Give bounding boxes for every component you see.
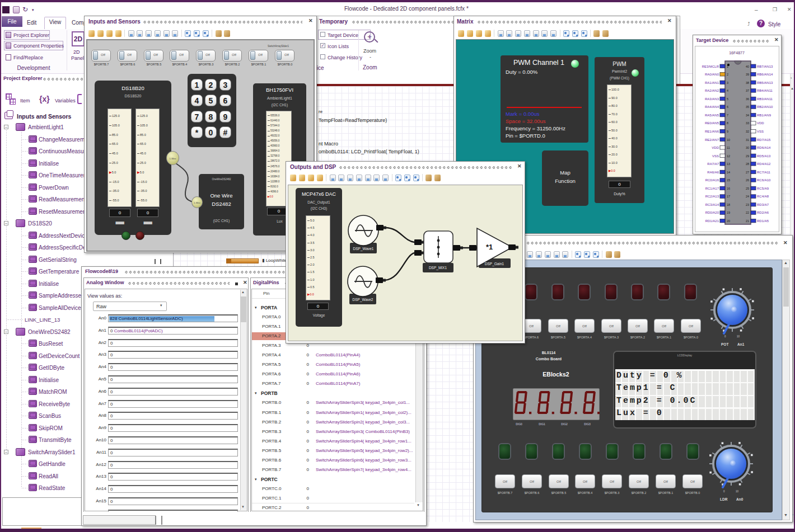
svg-text:RA5/AN5: RA5/AN5 [705,114,719,117]
svg-text:8: 8 [727,121,728,125]
svg-text:6: 6 [727,105,728,109]
svg-text:RA6/A6: RA6/A6 [707,171,719,174]
svg-text:21: 21 [746,219,749,223]
svg-text:17: 17 [727,195,730,198]
svg-text:RC3/A14: RC3/A14 [705,203,719,206]
svg-text:RC6/A10: RC6/A10 [757,178,771,182]
svg-text:26: 26 [746,178,749,182]
svg-text:RE1/AN6: RE1/AN6 [705,130,719,133]
svg-text:RB6/AN14: RB6/AN14 [757,73,773,76]
svg-text:RB4/AN11: RB4/AN11 [757,89,773,92]
svg-text:RC7/A11: RC7/A11 [757,171,771,174]
svg-text:RB5/AN13: RB5/AN13 [757,81,773,84]
svg-text:3: 3 [727,81,728,84]
svg-text:RC0/A16: RC0/A16 [705,178,719,182]
svg-text:34: 34 [746,114,749,117]
svg-text:40: 40 [746,65,749,68]
svg-text:18: 18 [727,203,730,206]
svg-text:RB3/AN11: RB3/AN11 [757,97,773,101]
svg-text:RD1/A21: RD1/A21 [705,219,719,223]
svg-text:5: 5 [727,97,728,101]
svg-text:RD3/A7: RD3/A7 [757,203,769,206]
svg-text:13: 13 [727,162,730,166]
svg-text:RA7/A7: RA7/A7 [707,162,719,166]
svg-text:19: 19 [727,211,730,214]
svg-text:36: 36 [746,97,749,101]
svg-text:RC1/A17: RC1/A17 [705,187,719,190]
svg-text:35: 35 [746,105,749,109]
svg-text:39: 39 [746,73,749,76]
svg-text:RD2/A6: RD2/A6 [757,211,769,214]
svg-text:16F4877: 16F4877 [729,51,745,55]
svg-text:VDD: VDD [757,121,764,125]
svg-text:29: 29 [746,154,749,158]
svg-text:11: 11 [727,146,730,149]
svg-text:30: 30 [746,146,749,149]
svg-text:VSS: VSS [757,130,764,133]
svg-text:RE2/AN7: RE2/AN7 [705,138,719,142]
svg-text:14: 14 [727,171,730,174]
svg-text:DSP_Wave1: DSP_Wave1 [353,247,374,251]
svg-text:4: 4 [727,89,728,92]
svg-text:VSS: VSS [712,154,719,158]
svg-text:VDD: VDD [712,146,719,149]
svg-text:RA0/AN0: RA0/AN0 [705,73,719,76]
svg-text:1: 1 [727,65,728,68]
svg-text:27: 27 [746,171,749,174]
svg-text:RC5/A9: RC5/A9 [757,187,769,190]
svg-text:37: 37 [746,89,749,92]
svg-text:2: 2 [727,73,728,76]
svg-text:22: 22 [746,211,749,214]
svg-text:RB2/AN10: RB2/AN10 [757,105,773,109]
svg-text:RD5/A13: RD5/A13 [757,154,771,158]
svg-text:20: 20 [727,219,730,223]
svg-text:15: 15 [727,178,730,182]
svg-text:16: 16 [727,187,730,190]
svg-text:33: 33 [746,121,749,125]
svg-text:7: 7 [727,114,728,117]
svg-text:31: 31 [746,138,749,142]
svg-text:RB7/AN13: RB7/AN13 [757,65,773,68]
svg-text:RE0/AN5: RE0/AN5 [705,121,719,125]
svg-text:RD0/A20: RD0/A20 [705,211,719,214]
svg-text:23: 23 [746,203,749,206]
svg-text:24: 24 [746,195,749,198]
svg-text:RA1/AN1: RA1/AN1 [705,81,719,84]
svg-text:25: 25 [746,187,749,190]
svg-text:38: 38 [746,81,749,84]
svg-text:DSP_Gain1: DSP_Gain1 [485,262,504,266]
svg-text:RD1/A5: RD1/A5 [757,219,769,223]
svg-text:RC2/A13: RC2/A13 [705,195,719,198]
svg-text:RD7/A15: RD7/A15 [757,138,771,142]
svg-text:RE3/MCLR: RE3/MCLR [702,65,719,68]
svg-text:RA4/AN4: RA4/AN4 [705,105,719,109]
svg-text:DSP_Wave2: DSP_Wave2 [353,298,373,302]
svg-text:RD6/A14: RD6/A14 [757,146,771,149]
svg-text:RA3/AN3: RA3/AN3 [705,97,719,101]
svg-text:RD4/A12: RD4/A12 [757,162,771,166]
svg-text:12: 12 [727,154,730,158]
svg-text:RB1/AN9: RB1/AN9 [757,114,771,117]
svg-text:DSP_MIX1: DSP_MIX1 [429,266,447,270]
svg-text:10: 10 [727,138,730,142]
svg-text:*1: *1 [486,243,493,251]
svg-text:RA2/AN2: RA2/AN2 [705,89,719,92]
svg-text:RC4/A8: RC4/A8 [757,195,769,198]
svg-text:28: 28 [746,162,749,166]
svg-text:32: 32 [746,130,749,133]
svg-text:9: 9 [727,130,728,133]
